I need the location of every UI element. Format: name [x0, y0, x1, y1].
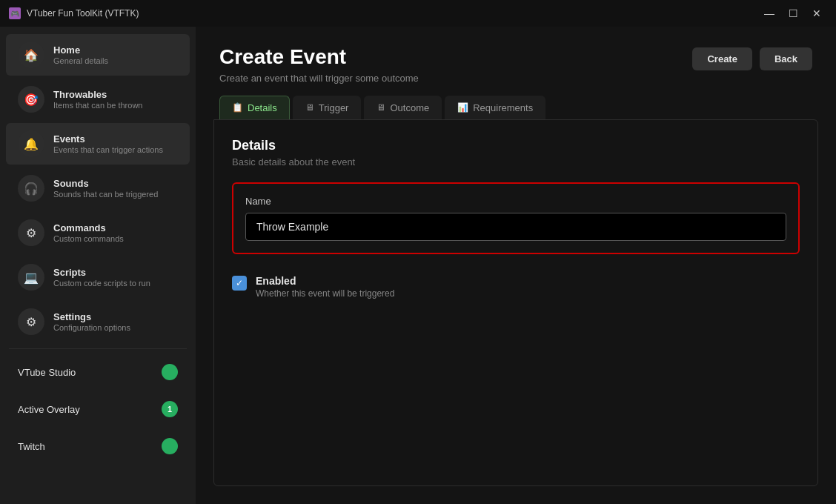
sidebar-commands-sublabel: Custom commands [53, 234, 124, 243]
content-panel: Details Basic details about the event Na… [213, 119, 818, 486]
sidebar-item-commands[interactable]: ⚙ Commands Custom commands [6, 212, 190, 253]
sidebar-events-label: Events [53, 133, 163, 145]
maximize-button[interactable]: ☐ [783, 4, 803, 22]
sidebar-item-sounds[interactable]: 🎧 Sounds Sounds that can be triggered [6, 168, 190, 209]
sidebar-settings-label: Settings [53, 311, 130, 322]
sidebar-commands-label: Commands [53, 222, 124, 233]
sidebar-scripts-sublabel: Custom code scripts to run [53, 279, 150, 288]
sidebar-scripts-label: Scripts [53, 267, 150, 278]
enabled-label: Enabled [256, 275, 394, 287]
sidebar-divider [9, 348, 187, 349]
outcome-tab-icon: 🖥 [376, 102, 385, 113]
sidebar: 🏠 Home General details 🎯 Throwables Item… [0, 27, 196, 504]
sidebar-item-home[interactable]: 🏠 Home General details [6, 34, 190, 76]
settings-icon: ⚙ [18, 308, 44, 335]
throwables-icon: 🎯 [18, 86, 44, 113]
enabled-description: Whether this event will be triggered [256, 288, 394, 299]
tab-trigger[interactable]: 🖥 Trigger [293, 96, 362, 119]
minimize-button[interactable]: — [759, 4, 780, 22]
app-icon: 🎮 [9, 7, 21, 19]
back-button[interactable]: Back [760, 47, 812, 70]
tab-details[interactable]: 📋 Details [219, 96, 290, 119]
create-button[interactable]: Create [692, 47, 752, 70]
titlebar-left: 🎮 VTuber Fun ToolKit (VTFTK) [9, 7, 139, 19]
close-button[interactable]: ✕ [806, 4, 827, 22]
commands-icon: ⚙ [18, 219, 44, 246]
page-title: Create Event [219, 44, 419, 70]
enabled-row: ✓ Enabled Whether this event will be tri… [232, 266, 800, 308]
checkmark-icon: ✓ [236, 278, 243, 288]
events-icon: 🔔 [18, 130, 44, 157]
name-label: Name [245, 196, 786, 207]
vtube-studio-status [162, 364, 178, 380]
active-overlay-label: Active Overlay [18, 404, 80, 415]
titlebar: 🎮 VTuber Fun ToolKit (VTFTK) — ☐ ✕ [0, 0, 836, 27]
name-input[interactable] [245, 213, 786, 241]
sidebar-events-sublabel: Events that can trigger actions [53, 145, 163, 154]
details-section-title: Details [232, 138, 800, 153]
tab-outcome[interactable]: 🖥 Outcome [364, 96, 442, 119]
sidebar-home-sublabel: General details [53, 56, 108, 65]
requirements-tab-icon: 📊 [457, 102, 468, 113]
sidebar-item-vtube-studio[interactable]: VTube Studio [6, 355, 190, 389]
sidebar-item-throwables[interactable]: 🎯 Throwables Items that can be thrown [6, 79, 190, 120]
sidebar-item-settings[interactable]: ⚙ Settings Configuration options [6, 301, 190, 342]
tab-requirements[interactable]: 📊 Requirements [445, 96, 545, 119]
name-field-group: Name [232, 182, 800, 254]
details-section-subtitle: Basic details about the event [232, 156, 800, 168]
active-overlay-badge: 1 [162, 401, 178, 417]
trigger-tab-icon: 🖥 [305, 102, 314, 113]
vtube-studio-label: VTube Studio [18, 367, 76, 378]
sidebar-item-active-overlay[interactable]: Active Overlay 1 [6, 392, 190, 426]
details-tab-icon: 📋 [232, 102, 243, 113]
tabs-bar: 📋 Details 🖥 Trigger 🖥 Outcome 📊 Requirem… [196, 96, 836, 119]
page-subtitle: Create an event that will trigger some o… [219, 73, 419, 84]
sidebar-throwables-sublabel: Items that can be thrown [53, 101, 142, 110]
sidebar-throwables-label: Throwables [53, 89, 142, 100]
sidebar-item-twitch[interactable]: Twitch [6, 429, 190, 463]
sidebar-item-scripts[interactable]: 💻 Scripts Custom code scripts to run [6, 256, 190, 298]
sidebar-home-label: Home [53, 44, 108, 56]
sounds-icon: 🎧 [18, 175, 44, 202]
scripts-icon: 💻 [18, 264, 44, 291]
sidebar-item-events[interactable]: 🔔 Events Events that can trigger actions [6, 123, 190, 165]
sidebar-settings-sublabel: Configuration options [53, 323, 130, 332]
app-body: 🏠 Home General details 🎯 Throwables Item… [0, 27, 836, 504]
sidebar-sounds-label: Sounds [53, 178, 158, 189]
enabled-checkbox[interactable]: ✓ [232, 276, 247, 291]
main-content: Create Event Create an event that will t… [196, 27, 836, 504]
app-title: VTuber Fun ToolKit (VTFTK) [27, 8, 139, 19]
window-controls: — ☐ ✕ [759, 4, 827, 22]
twitch-label: Twitch [18, 441, 45, 452]
home-icon: 🏠 [18, 42, 44, 68]
header-buttons: Create Back [692, 47, 812, 70]
sidebar-sounds-sublabel: Sounds that can be triggered [53, 190, 158, 199]
twitch-status [162, 438, 178, 454]
page-header: Create Event Create an event that will t… [196, 27, 836, 96]
